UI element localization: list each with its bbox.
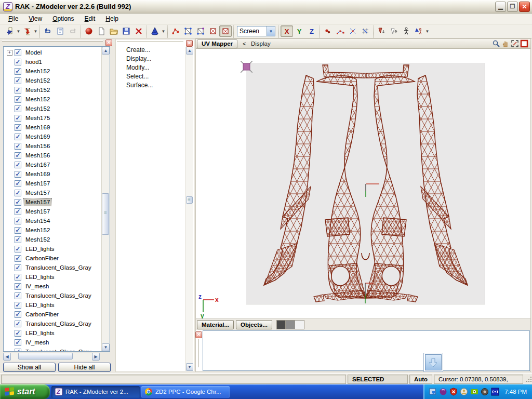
panel-grip[interactable] xyxy=(117,41,183,42)
messenger-icon[interactable] xyxy=(460,388,468,396)
menu-view[interactable]: View xyxy=(23,14,47,23)
pan-hand-icon[interactable] xyxy=(501,40,510,48)
tools-menu-display[interactable]: Display... xyxy=(116,54,194,63)
uv-mode-button[interactable] xyxy=(219,25,232,37)
menu-help[interactable]: Help xyxy=(100,14,124,23)
visibility-checkbox[interactable]: ✓ xyxy=(15,49,21,56)
back-arrow[interactable]: < xyxy=(243,41,246,47)
visibility-checkbox[interactable]: ✓ xyxy=(15,236,21,243)
tree-item-led_lights[interactable]: ✓LED_lights xyxy=(4,300,101,310)
material-button[interactable]: Material... xyxy=(197,320,234,329)
tree-item-mesh152[interactable]: ✓Mesh152 xyxy=(4,76,101,85)
menu-options[interactable]: Options xyxy=(47,14,79,23)
visibility-checkbox[interactable]: ✓ xyxy=(15,105,21,112)
vertex-break-button[interactable] xyxy=(347,25,359,37)
tree-item-mesh157[interactable]: ✓Mesh157 xyxy=(4,188,101,197)
undo-button[interactable] xyxy=(42,25,54,37)
objects-button[interactable]: Objects... xyxy=(236,320,272,329)
visibility-checkbox[interactable]: ✓ xyxy=(15,330,21,337)
taskbar-clock[interactable]: 7:48 PM xyxy=(504,389,527,395)
minimize-button[interactable]: ▁ xyxy=(495,2,506,12)
tree-item-mesh152[interactable]: ✓Mesh152 xyxy=(4,66,101,76)
axis-x-toggle[interactable]: X xyxy=(281,25,293,37)
visibility-checkbox[interactable]: ✓ xyxy=(15,339,21,346)
tools-scrollbar[interactable]: ▲ ▼ xyxy=(185,47,193,371)
tree-item-mesh169[interactable]: ✓Mesh169 xyxy=(4,169,101,179)
tree-item-mesh156[interactable]: ✓Mesh156 xyxy=(4,151,101,160)
visibility-checkbox[interactable]: ✓ xyxy=(15,255,21,262)
tree-item-iv_mesh[interactable]: ✓IV_mesh xyxy=(4,338,101,347)
tree-item-translucent_glass_gray[interactable]: ✓Translucent_Glass_Gray xyxy=(4,291,101,300)
grid-snap-button[interactable] xyxy=(359,25,371,37)
scrollbar-thumb[interactable] xyxy=(186,196,193,204)
panel-grip[interactable] xyxy=(198,339,201,367)
tree-item-mesh167[interactable]: ✓Mesh167 xyxy=(4,160,101,169)
visibility-checkbox[interactable]: ✓ xyxy=(15,208,21,215)
vertices-mode-button[interactable] xyxy=(169,25,182,37)
chevron-down-icon[interactable]: ▼ xyxy=(33,25,38,37)
tree-horizontal-scrollbar[interactable]: ◀ ▶ xyxy=(3,353,100,361)
scroll-down-icon[interactable]: ▼ xyxy=(186,363,193,371)
visibility-checkbox[interactable]: ✓ xyxy=(15,87,21,94)
nvidia-icon[interactable] xyxy=(470,388,478,396)
menu-edit[interactable]: Edit xyxy=(79,14,101,23)
region-select-icon[interactable] xyxy=(520,40,528,48)
visibility-checkbox[interactable]: ✓ xyxy=(15,124,21,131)
tree-item-translucent_glass_gray[interactable]: ✓Translucent_Glass_Gray xyxy=(4,347,101,351)
visibility-checkbox[interactable]: ✓ xyxy=(15,59,21,65)
swatch-light[interactable] xyxy=(295,320,304,329)
chevron-down-icon[interactable]: ▼ xyxy=(161,25,166,37)
scroll-up-icon[interactable]: ▲ xyxy=(102,47,110,55)
expand-icon[interactable]: + xyxy=(7,50,12,56)
show-all-button[interactable]: Show all xyxy=(3,363,56,372)
visibility-checkbox[interactable]: ✓ xyxy=(15,264,21,271)
tree-item-mesh152[interactable]: ✓Mesh152 xyxy=(4,85,101,95)
start-button[interactable]: start xyxy=(0,384,50,399)
visibility-checkbox[interactable]: ✓ xyxy=(15,162,21,168)
scrollbar-thumb[interactable] xyxy=(18,353,73,360)
visibility-checkbox[interactable]: ✓ xyxy=(15,321,21,327)
view-mode-select[interactable]: Screen▼ xyxy=(237,26,275,36)
tree-item-iv_mesh[interactable]: ✓IV_mesh xyxy=(4,282,101,291)
snap-points-button[interactable] xyxy=(322,25,334,37)
visibility-checkbox[interactable]: ✓ xyxy=(15,143,21,150)
tools-menu-select[interactable]: Select... xyxy=(116,72,194,81)
panel-grip[interactable] xyxy=(2,40,103,42)
scrollbar-thumb[interactable] xyxy=(102,193,109,235)
redo-button[interactable] xyxy=(66,25,79,37)
tools-menu-modify[interactable]: Modify... xyxy=(116,63,194,72)
close-button[interactable]: ✕ xyxy=(519,2,530,12)
visibility-checkbox[interactable]: ✓ xyxy=(15,68,21,75)
tree-item-mesh157[interactable]: ✓Mesh157 xyxy=(4,207,101,216)
tree-item-mesh169[interactable]: ✓Mesh169 xyxy=(4,132,101,141)
tree-item-translucent_glass_gray[interactable]: ✓Translucent_Glass_Gray xyxy=(4,319,101,328)
fit-view-icon[interactable] xyxy=(511,40,519,48)
uv-canvas[interactable] xyxy=(246,63,485,304)
material-editor-button[interactable] xyxy=(83,25,95,37)
axis-z-toggle[interactable]: Z xyxy=(305,25,318,37)
visibility-checkbox[interactable]: ✓ xyxy=(15,311,21,318)
tools-menu-create[interactable]: Create... xyxy=(116,45,194,54)
scroll-latest-button[interactable] xyxy=(423,353,443,372)
restore-button[interactable]: ❐ xyxy=(507,2,518,12)
hide-all-button[interactable]: Hide all xyxy=(58,363,111,372)
scroll-right-icon[interactable]: ▶ xyxy=(92,353,100,361)
visibility-checkbox[interactable]: ✓ xyxy=(15,152,21,159)
view-mode-label[interactable]: Display xyxy=(251,41,271,47)
delete-button[interactable] xyxy=(132,25,145,37)
import-button[interactable] xyxy=(4,25,16,37)
axis-y-toggle[interactable]: Y xyxy=(293,25,305,37)
taskbar-task[interactable]: ZD2 PPC - Google Chr... xyxy=(141,386,230,398)
tree-vertical-scrollbar[interactable]: ▲ ▼ xyxy=(101,47,110,351)
scroll-left-icon[interactable]: ◀ xyxy=(3,353,11,361)
chevron-down-icon[interactable]: ▼ xyxy=(16,25,21,37)
visibility-checkbox[interactable]: ✓ xyxy=(15,218,21,224)
swatch-gray[interactable] xyxy=(286,320,295,329)
tree-item-mesh157[interactable]: ✓Mesh157 xyxy=(4,197,101,207)
bind-pose-button[interactable] xyxy=(413,25,425,37)
scroll-up-icon[interactable]: ▲ xyxy=(186,47,193,55)
swatch-dark[interactable] xyxy=(276,320,286,329)
taskbar-task[interactable]: ZRAK - ZModeler ver 2... xyxy=(51,386,140,398)
tree-item-mesh152[interactable]: ✓Mesh152 xyxy=(4,235,101,244)
tree-item-mesh175[interactable]: ✓Mesh175 xyxy=(4,113,101,123)
